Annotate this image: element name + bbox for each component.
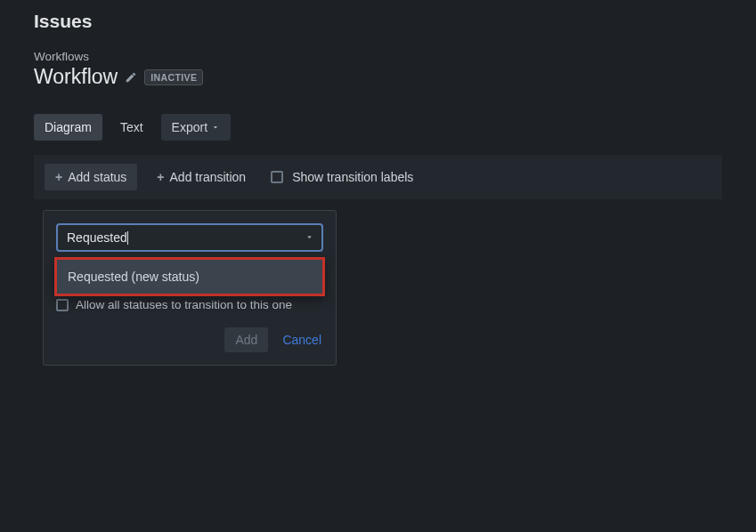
cancel-button[interactable]: Cancel xyxy=(280,327,323,352)
checkbox-icon xyxy=(56,299,69,311)
add-transition-button[interactable]: + Add transition xyxy=(146,164,256,190)
status-name-input[interactable]: Requested xyxy=(67,230,297,246)
page-title: Issues xyxy=(34,11,722,32)
toolbar: + Add status + Add transition Show trans… xyxy=(34,155,722,199)
text-cursor xyxy=(127,231,128,245)
status-badge: INACTIVE xyxy=(144,69,203,85)
add-button: Add xyxy=(224,327,268,352)
add-status-dialog: Requested Requested (new status) Allow a… xyxy=(43,210,337,366)
export-button[interactable]: Export xyxy=(161,114,231,141)
view-tabs: Diagram Text Export xyxy=(34,114,722,141)
chevron-down-icon xyxy=(211,123,220,132)
show-labels-toggle[interactable]: Show transition labels xyxy=(271,170,413,184)
status-dropdown: Requested (new status) xyxy=(54,257,325,296)
chevron-down-icon[interactable] xyxy=(305,230,314,246)
add-status-button[interactable]: + Add status xyxy=(45,164,137,190)
allow-transition-label: Allow all statuses to transition to this… xyxy=(76,298,292,311)
export-label: Export xyxy=(172,120,207,134)
tab-text[interactable]: Text xyxy=(110,114,154,141)
add-status-label: Add status xyxy=(68,170,126,184)
checkbox-icon xyxy=(271,171,283,183)
workflow-header: Workflow INACTIVE xyxy=(34,65,722,89)
show-labels-text: Show transition labels xyxy=(292,170,413,184)
add-transition-label: Add transition xyxy=(170,170,247,184)
plus-icon: + xyxy=(157,171,164,183)
breadcrumb[interactable]: Workflows xyxy=(34,50,722,63)
status-name-combobox[interactable]: Requested xyxy=(56,223,323,252)
workflow-title: Workflow xyxy=(34,65,118,89)
plus-icon: + xyxy=(55,171,62,183)
dropdown-option-new-status[interactable]: Requested (new status) xyxy=(57,260,322,294)
tab-diagram[interactable]: Diagram xyxy=(34,114,102,141)
allow-transition-row[interactable]: Allow all statuses to transition to this… xyxy=(56,298,323,311)
dialog-actions: Add Cancel xyxy=(56,327,323,352)
pencil-icon[interactable] xyxy=(125,71,137,84)
